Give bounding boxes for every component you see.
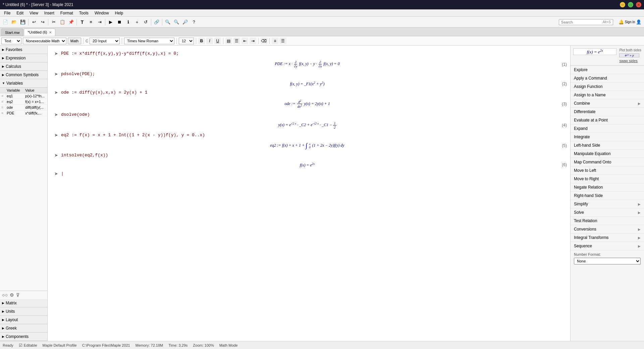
right-item-negate-relation[interactable]: Negate Relation: [571, 183, 644, 192]
right-item-assign-name[interactable]: Assign to a Name: [571, 91, 644, 99]
right-item-integrate[interactable]: Integrate: [571, 133, 644, 141]
menu-item-format[interactable]: Format: [58, 10, 76, 16]
sign-in-button[interactable]: Sign in: [626, 18, 634, 26]
right-item-assign-function[interactable]: Assign Function: [571, 83, 644, 91]
sidebar-item-matrix[interactable]: ▶ Matrix: [0, 299, 47, 307]
right-item-map-command[interactable]: Map Command Onto: [571, 158, 644, 166]
maximize-button[interactable]: □: [628, 2, 633, 7]
font-select[interactable]: Times New Roman: [124, 38, 174, 44]
right-item-expand[interactable]: Expand: [571, 124, 644, 133]
right-item-explore[interactable]: Explore: [571, 66, 644, 74]
new-button[interactable]: 📄: [1, 18, 9, 26]
math-button[interactable]: Math: [68, 38, 81, 44]
align-center-button[interactable]: ☰: [233, 38, 240, 44]
underline-button[interactable]: U: [214, 38, 221, 44]
sidebar-item-layout[interactable]: ▶ Layout: [0, 316, 47, 324]
redo-button[interactable]: ↪: [39, 18, 47, 26]
var-row-pde[interactable]: = PDE x*diff(fx,...: [0, 110, 47, 116]
zoom-in-button[interactable]: 🔎: [181, 18, 189, 26]
sidebar-item-components[interactable]: ▶ Components: [0, 333, 47, 341]
list-unordered-button[interactable]: ≡: [272, 38, 278, 44]
menu-item-window[interactable]: Window: [92, 10, 112, 16]
menu-item-tools[interactable]: Tools: [76, 10, 91, 16]
right-item-simplify[interactable]: Simplify ▶: [571, 200, 644, 208]
menu-item-help[interactable]: Help: [112, 10, 126, 16]
right-item-conversions[interactable]: Conversions ▶: [571, 225, 644, 234]
var-settings-icon[interactable]: ⚙: [10, 292, 14, 298]
right-item-left-hand-side[interactable]: Left-hand Side: [571, 141, 644, 150]
content-area: ➤ PDE := x*diff(f(x,y),y)-y*diff(f(x,y),…: [48, 46, 570, 341]
var-row-eq1[interactable]: = eq1 p(x)-12*fn...: [0, 93, 47, 99]
right-item-integral-transforms[interactable]: Integral Transforms ▶: [571, 234, 644, 242]
var-filter-icon[interactable]: ⊽: [16, 292, 19, 298]
var-circle-icon[interactable]: ○○: [2, 292, 8, 298]
sidebar-item-common-symbols[interactable]: ▶ Common Symbols: [0, 71, 47, 79]
right-item-right-hand-side[interactable]: Right-hand Side: [571, 192, 644, 200]
indent-dec-button[interactable]: ⇤: [241, 38, 248, 44]
copy-button[interactable]: 📋: [58, 18, 66, 26]
variables-header[interactable]: ▼ Variables: [0, 79, 47, 88]
input-cursor[interactable]: |: [61, 170, 64, 176]
right-item-manipulate-equation[interactable]: Manipulate Equation: [571, 150, 644, 158]
menu-item-edit[interactable]: Edit: [14, 10, 26, 16]
cut-button[interactable]: ✂: [50, 18, 58, 26]
text-insert-button[interactable]: T: [78, 18, 86, 26]
help-button[interactable]: ?: [190, 18, 198, 26]
right-item-differentiate[interactable]: Differentiate: [571, 108, 644, 116]
clear-format-button[interactable]: ⌫: [261, 38, 267, 44]
input-mode-select[interactable]: 2D Input: [90, 38, 120, 44]
right-item-combine[interactable]: Combine ▶: [571, 99, 644, 108]
profile-button[interactable]: 👤: [635, 18, 643, 26]
sidebar-item-expression[interactable]: ▶ Expression: [0, 54, 47, 62]
swap-sides-button[interactable]: swap sides: [619, 59, 641, 63]
right-item-solve[interactable]: Solve ▶: [571, 208, 644, 217]
sidebar-item-favorites[interactable]: ▶ Favorites: [0, 46, 47, 54]
search-input[interactable]: [561, 20, 601, 24]
tab-untitled[interactable]: *Untitled (6) ✕: [24, 29, 55, 36]
close-button[interactable]: ✕: [636, 2, 641, 7]
right-item-sequence[interactable]: Sequence ▶: [571, 242, 644, 250]
list-ordered-button[interactable]: ☰: [280, 38, 286, 44]
menu-item-file[interactable]: File: [1, 10, 13, 16]
link-button[interactable]: 🔗: [153, 18, 161, 26]
right-item-move-right[interactable]: Move to Right: [571, 175, 644, 183]
paste-button[interactable]: 📌: [67, 18, 75, 26]
tab-close-icon[interactable]: ✕: [49, 31, 52, 34]
exec-mode-select[interactable]: Nonexecutable Math: [23, 38, 66, 44]
right-item-evaluate-at-point[interactable]: Evaluate at a Point: [571, 116, 644, 124]
italic-button[interactable]: I: [206, 38, 213, 44]
sidebar-item-greek[interactable]: ▶ Greek: [0, 324, 47, 332]
right-item-move-left[interactable]: Move to Left: [571, 166, 644, 175]
sidebar-item-calculus[interactable]: ▶ Calculus: [0, 62, 47, 70]
text-mode-select[interactable]: Text: [1, 38, 21, 44]
right-item-apply-command[interactable]: Apply a Command: [571, 74, 644, 83]
indent-button[interactable]: ⇥: [96, 18, 104, 26]
indent-inc-button[interactable]: ⇥: [250, 38, 256, 44]
notification-button[interactable]: 🔔: [617, 18, 625, 26]
stop-button[interactable]: ⏹: [115, 18, 123, 26]
zoom-out-button[interactable]: 🔍: [164, 18, 172, 26]
menu-item-view[interactable]: View: [27, 10, 41, 16]
bold-button[interactable]: B: [198, 38, 205, 44]
sidebar-item-units[interactable]: ▶ Units: [0, 307, 47, 315]
list-button[interactable]: ≡: [87, 18, 95, 26]
zoom-reset-button[interactable]: 🔍: [172, 18, 180, 26]
open-button[interactable]: 📂: [10, 18, 18, 26]
size-select[interactable]: 12: [179, 38, 194, 44]
save-button[interactable]: 💾: [19, 18, 27, 26]
undo-button[interactable]: ↩: [30, 18, 38, 26]
add-button[interactable]: ＋: [133, 18, 141, 26]
menu-item-insert[interactable]: Insert: [42, 10, 57, 16]
preview-box-small[interactable]: e²ˣ = y: [619, 53, 639, 57]
tab-start[interactable]: Start.mw: [1, 29, 23, 36]
refresh-button[interactable]: ↺: [142, 18, 150, 26]
worksheet[interactable]: ➤ PDE := x*diff(f(x,y),y)-y*diff(f(x,y),…: [48, 46, 570, 341]
minimize-button[interactable]: ─: [620, 2, 625, 7]
var-row-eq2[interactable]: = eq2 f(x) = x+1...: [0, 99, 47, 105]
var-row-ode[interactable]: = ode diff(diff(y(...: [0, 105, 47, 110]
info-button[interactable]: ℹ: [124, 18, 132, 26]
number-format-select[interactable]: None Fixed Scientific: [574, 258, 641, 264]
right-item-test-relation[interactable]: Test Relation: [571, 217, 644, 225]
execute-button[interactable]: ▶: [107, 18, 115, 26]
align-justify-button[interactable]: ▤: [225, 38, 232, 44]
